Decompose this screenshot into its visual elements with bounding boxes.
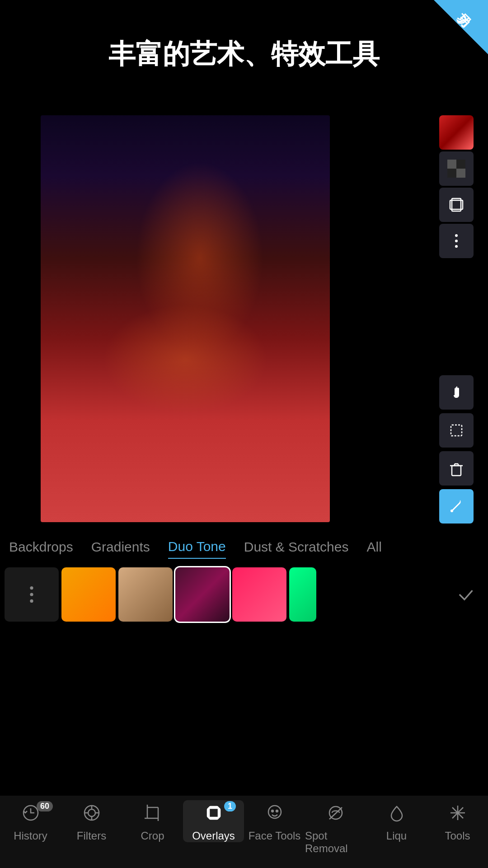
nav-filters[interactable]: Filters bbox=[61, 800, 122, 842]
tab-duo-tone[interactable]: Duo Tone bbox=[168, 535, 226, 559]
right-sidebar-bottom bbox=[438, 375, 474, 525]
svg-point-15 bbox=[450, 509, 453, 512]
face-tools-label: Face Tools bbox=[249, 830, 301, 842]
tab-dust-scratches[interactable]: Dust & Scratches bbox=[244, 536, 349, 558]
spot-removal-icon bbox=[326, 803, 346, 826]
svg-point-6 bbox=[455, 234, 458, 237]
swatch-teal-green[interactable] bbox=[289, 567, 316, 622]
svg-rect-1 bbox=[456, 160, 465, 169]
svg-rect-0 bbox=[447, 160, 456, 169]
nav-overlays[interactable]: 1 Overlays bbox=[183, 800, 244, 842]
eyedropper-btn[interactable] bbox=[439, 489, 474, 524]
svg-point-18 bbox=[30, 599, 33, 603]
svg-point-7 bbox=[455, 240, 458, 242]
svg-point-8 bbox=[455, 245, 458, 248]
history-badge: 60 bbox=[37, 801, 53, 811]
swatch-more-btn[interactable] bbox=[5, 567, 59, 622]
liqu-icon bbox=[387, 803, 407, 826]
pan-tool-btn[interactable] bbox=[439, 375, 474, 410]
right-sidebar-top bbox=[438, 115, 474, 260]
overlays-label: Overlays bbox=[192, 830, 235, 842]
tab-all[interactable]: All bbox=[366, 536, 381, 558]
svg-point-16 bbox=[30, 586, 33, 590]
overlays-icon bbox=[204, 803, 224, 826]
swatch-dark-red[interactable] bbox=[175, 567, 230, 622]
layers-btn[interactable] bbox=[439, 188, 474, 222]
filters-label: Filters bbox=[77, 830, 106, 842]
swatch-orange[interactable] bbox=[61, 567, 116, 622]
svg-point-17 bbox=[30, 593, 33, 596]
checkmark-btn[interactable] bbox=[447, 576, 483, 613]
color-swatch-btn[interactable] bbox=[439, 115, 474, 150]
checker-btn[interactable] bbox=[439, 151, 474, 186]
tools-icon bbox=[448, 803, 468, 826]
nav-liqu[interactable]: Liqu bbox=[366, 800, 427, 842]
nav-history[interactable]: 60 History bbox=[0, 800, 61, 842]
corner-badge-text: 功另 bbox=[468, 2, 482, 16]
bottom-nav: 60 History Filters bbox=[0, 796, 488, 868]
liqu-label: Liqu bbox=[386, 830, 407, 842]
face-tools-icon bbox=[265, 803, 285, 826]
spot-removal-label: Spot Removal bbox=[305, 830, 366, 855]
svg-rect-3 bbox=[456, 169, 465, 178]
more-options-btn[interactable] bbox=[439, 224, 474, 258]
tools-label: Tools bbox=[445, 830, 470, 842]
svg-rect-2 bbox=[447, 169, 456, 178]
header-title: 丰富的艺术、特效工具 bbox=[0, 36, 488, 73]
swatches-row bbox=[0, 565, 488, 624]
crop-icon bbox=[143, 803, 163, 826]
swatch-tan[interactable] bbox=[118, 567, 173, 622]
filters-icon bbox=[82, 803, 102, 826]
tab-gradients[interactable]: Gradients bbox=[91, 536, 150, 558]
filter-tabs: Backdrops Gradients Duo Tone Dust & Scra… bbox=[0, 531, 488, 563]
history-label: History bbox=[14, 830, 47, 842]
nav-face-tools[interactable]: Face Tools bbox=[244, 800, 305, 842]
svg-rect-32 bbox=[208, 807, 219, 818]
swatch-pink-red[interactable] bbox=[232, 567, 286, 622]
select-tool-btn[interactable] bbox=[439, 413, 474, 448]
svg-point-21 bbox=[88, 809, 95, 816]
overlays-badge: 1 bbox=[224, 801, 236, 811]
main-image bbox=[41, 115, 330, 522]
svg-point-34 bbox=[272, 810, 273, 812]
svg-rect-9 bbox=[451, 425, 462, 436]
nav-spot-removal[interactable]: Spot Removal bbox=[305, 800, 366, 855]
delete-btn[interactable] bbox=[439, 451, 474, 486]
crop-label: Crop bbox=[141, 830, 164, 842]
svg-rect-10 bbox=[452, 466, 461, 476]
photo-overlay bbox=[41, 115, 330, 522]
nav-crop[interactable]: Crop bbox=[122, 800, 183, 842]
nav-tools[interactable]: Tools bbox=[427, 800, 488, 842]
svg-point-35 bbox=[276, 810, 278, 812]
tab-backdrops[interactable]: Backdrops bbox=[9, 536, 73, 558]
